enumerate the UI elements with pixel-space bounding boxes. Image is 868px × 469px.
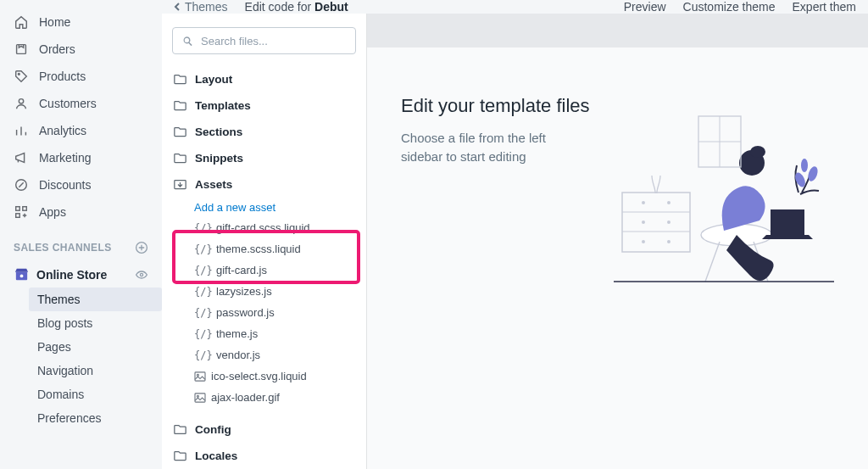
file-name: vendor.js — [216, 349, 260, 361]
file-browser: Layout Templates Sections Snippets Asset… — [162, 14, 367, 469]
code-file-icon: {/} — [194, 349, 211, 361]
file-row[interactable]: ico-select.svg.liquid — [162, 366, 366, 387]
folder-assets[interactable]: Assets — [162, 171, 366, 198]
add-channel-icon[interactable] — [135, 241, 148, 254]
code-file-icon: {/} — [194, 243, 211, 255]
editor-tab-bar — [367, 14, 868, 47]
svg-point-20 — [667, 201, 670, 204]
file-row[interactable]: {/}vendor.js — [162, 344, 366, 366]
folder-icon — [174, 424, 186, 435]
main-nav: Home Orders Products Customers Analytics… — [0, 0, 162, 469]
folder-templates[interactable]: Templates — [162, 92, 366, 119]
folder-icon — [174, 100, 186, 111]
online-store-label: Online Store — [36, 268, 107, 282]
file-row[interactable]: ajax-loader.gif — [162, 387, 366, 408]
file-name: ico-select.svg.liquid — [211, 370, 307, 382]
code-file-icon: {/} — [194, 222, 211, 234]
folder-label: Layout — [195, 73, 232, 86]
svg-point-21 — [642, 221, 645, 224]
nav-analytics[interactable]: Analytics — [0, 117, 162, 144]
file-row[interactable]: {/}theme.scss.liquid — [162, 238, 366, 260]
preview-link[interactable]: Preview — [624, 0, 666, 14]
expert-theme-link[interactable]: Expert them — [793, 0, 856, 14]
nav-apps[interactable]: Apps — [0, 198, 162, 226]
nav-home[interactable]: Home — [0, 8, 162, 36]
svg-rect-16 — [622, 193, 690, 252]
svg-point-13 — [197, 374, 198, 376]
title-theme-name: Debut — [314, 0, 348, 14]
view-icon[interactable] — [135, 268, 148, 282]
nav-customers[interactable]: Customers — [0, 90, 162, 117]
customize-theme-link[interactable]: Customize theme — [683, 0, 776, 14]
folder-label: Assets — [195, 178, 232, 191]
editor-area: Edit your template files Choose a file f… — [367, 14, 868, 469]
subnav-blog-posts[interactable]: Blog posts — [29, 311, 162, 335]
nav-label: Orders — [39, 42, 75, 56]
search-box[interactable] — [172, 27, 356, 54]
nav-marketing[interactable]: Marketing — [0, 144, 162, 171]
chevron-left-icon — [174, 3, 182, 11]
folder-icon — [174, 74, 186, 85]
back-to-themes[interactable]: Themes — [174, 0, 228, 14]
nav-label: Home — [39, 15, 70, 29]
nav-products[interactable]: Products — [0, 63, 162, 90]
svg-point-15 — [197, 395, 198, 397]
discount-icon — [14, 177, 29, 193]
hero-title: Edit your template files — [401, 95, 590, 117]
subnav-themes[interactable]: Themes — [29, 288, 162, 311]
folder-expanded-icon — [174, 179, 186, 190]
file-row[interactable]: {/}gift-card.js — [162, 260, 366, 281]
tag-icon — [14, 69, 29, 84]
subnav-preferences[interactable]: Preferences — [29, 406, 162, 430]
svg-rect-14 — [195, 393, 205, 401]
folder-config[interactable]: Config — [162, 416, 366, 443]
add-asset-link[interactable]: Add a new asset — [162, 198, 366, 217]
search-input[interactable] — [201, 35, 347, 47]
svg-point-23 — [642, 240, 645, 243]
subnav-domains[interactable]: Domains — [29, 382, 162, 406]
file-name: ajax-loader.gif — [211, 391, 280, 404]
file-name: gift-card.scss.liquid — [216, 221, 310, 234]
folder-label: Locales — [195, 449, 237, 462]
apps-icon — [14, 204, 29, 220]
folder-layout[interactable]: Layout — [162, 66, 366, 92]
nav-label: Analytics — [39, 124, 86, 137]
folder-snippets[interactable]: Snippets — [162, 145, 366, 171]
folder-sections[interactable]: Sections — [162, 119, 366, 145]
svg-rect-5 — [23, 207, 27, 211]
home-icon — [14, 14, 29, 30]
svg-point-27 — [750, 146, 765, 158]
folder-label: Sections — [195, 126, 242, 138]
main-area: Themes Edit code for Debut Preview Custo… — [162, 0, 868, 469]
file-name: theme.js — [216, 327, 258, 340]
hero-subtitle: Choose a file from the left sidebar to s… — [401, 129, 590, 166]
image-file-icon — [194, 371, 206, 382]
nav-orders[interactable]: Orders — [0, 36, 162, 63]
file-name: password.js — [216, 306, 275, 319]
svg-point-22 — [667, 221, 670, 224]
store-icon — [14, 266, 30, 282]
nav-discounts[interactable]: Discounts — [0, 171, 162, 198]
folder-locales[interactable]: Locales — [162, 443, 366, 469]
file-row[interactable]: {/}password.js — [162, 302, 366, 323]
svg-point-30 — [801, 159, 808, 172]
folder-icon — [174, 153, 186, 164]
file-row[interactable]: {/}gift-card.scss.liquid — [162, 217, 366, 238]
back-label: Themes — [185, 0, 228, 14]
subnav-navigation[interactable]: Navigation — [29, 359, 162, 382]
file-row[interactable]: {/}lazysizes.js — [162, 281, 366, 302]
svg-point-24 — [667, 240, 670, 243]
search-icon — [181, 35, 194, 47]
online-store-row[interactable]: Online Store — [0, 261, 162, 288]
orders-icon — [14, 42, 29, 57]
megaphone-icon — [14, 150, 29, 165]
file-name: theme.scss.liquid — [216, 243, 301, 255]
folder-icon — [174, 126, 186, 137]
customer-icon — [14, 96, 29, 111]
nav-label: Marketing — [39, 151, 91, 165]
code-file-icon: {/} — [194, 286, 211, 298]
folder-label: Templates — [195, 99, 251, 112]
folder-label: Config — [195, 423, 231, 436]
file-row[interactable]: {/}theme.js — [162, 323, 366, 344]
subnav-pages[interactable]: Pages — [29, 335, 162, 359]
